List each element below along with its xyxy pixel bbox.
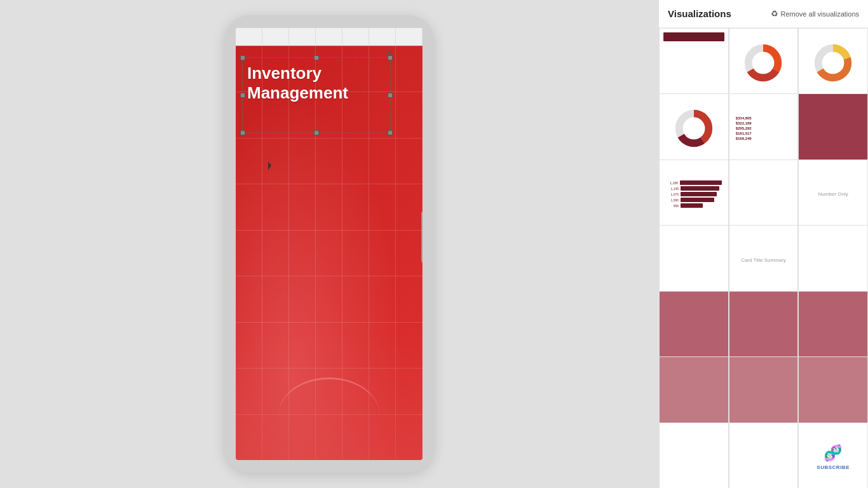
donut-chart-orange	[741, 41, 785, 85]
bar-row-1: 1,188	[666, 180, 722, 185]
value-row-3: $295,292	[736, 126, 792, 130]
value-row-5: $168,249	[736, 137, 792, 140]
viz-cell-bar-chart[interactable]: 1,188 1,145 1,075 1,060 956	[659, 159, 729, 229]
remove-all-button[interactable]: ♻ Remove all visualizations	[771, 9, 860, 18]
handle-top-left[interactable]	[240, 55, 245, 60]
bar-chart-mini: 1,188 1,145 1,075 1,060 956	[663, 178, 724, 210]
bar-fill-3	[681, 192, 717, 196]
handle-top-mid[interactable]	[314, 55, 319, 60]
number-only-label: Number Only	[818, 191, 848, 197]
viz-cell-subscribe[interactable]: 🧬 SUBSCRIBE	[798, 423, 868, 488]
donut-chart-red	[672, 106, 716, 151]
viz-cell-solid-bottom-3[interactable]	[798, 356, 868, 426]
dna-icon: 🧬	[824, 444, 843, 462]
viz-cell-value-list[interactable]: $334,805 $322,189 $295,292 $181,517 $168…	[729, 93, 799, 163]
value-row-1: $334,805	[736, 116, 792, 120]
viz-panel-title: Visualizations	[668, 8, 731, 19]
viz-cell-empty-1[interactable]	[729, 159, 799, 229]
value-row-2: $322,189	[736, 121, 792, 125]
handle-bottom-right[interactable]	[388, 130, 393, 135]
viz-cell-solid-bottom-1[interactable]	[659, 356, 729, 426]
viz-cell-empty-5[interactable]	[729, 423, 799, 488]
bar-label-3: 1,075	[666, 193, 679, 196]
viz-cell-card-title[interactable]: Card Title Summary	[729, 225, 799, 295]
recycle-icon: ♻	[771, 9, 778, 18]
handle-bottom-mid[interactable]	[314, 130, 319, 135]
card-title-label: Card Title Summary	[741, 257, 786, 263]
bar-row-5: 956	[666, 203, 722, 208]
dark-header-bar	[663, 32, 724, 41]
viz-cell-empty-4[interactable]	[659, 423, 729, 488]
viz-cell-number-only[interactable]: Number Only	[798, 159, 868, 229]
viz-cell-empty-3[interactable]	[798, 225, 868, 295]
close-text-box[interactable]: ✕	[385, 48, 393, 58]
viz-cell-solid-medium-2[interactable]	[729, 291, 799, 361]
viz-panel-header: Visualizations ♻ Remove all visualizatio…	[659, 0, 868, 28]
bar-fill-1	[680, 180, 722, 185]
bar-label-4: 1,060	[666, 198, 679, 202]
warehouse-arch	[278, 377, 380, 441]
viz-cell-dark-header[interactable]	[659, 28, 729, 98]
bar-label-1: 1,188	[666, 181, 678, 185]
phone-content-area[interactable]: ✕ Inventory Management	[236, 46, 423, 460]
value-list: $334,805 $322,189 $295,292 $181,517 $168…	[733, 114, 794, 143]
scroll-indicator[interactable]	[421, 212, 423, 262]
subscribe-label: SUBSCRIBE	[817, 464, 850, 470]
viz-cell-donut-orange[interactable]	[729, 28, 799, 98]
bar-fill-2	[681, 186, 719, 191]
viz-cell-solid-medium-3[interactable]	[798, 291, 868, 361]
bar-label-2: 1,145	[666, 187, 679, 191]
handle-bottom-left[interactable]	[240, 130, 245, 135]
viz-cell-donut-red[interactable]	[659, 93, 729, 163]
viz-grid: $334,805 $322,189 $295,292 $181,517 $168…	[659, 28, 868, 488]
viz-cell-empty-2[interactable]	[659, 225, 729, 295]
donut-svg-orange	[741, 41, 785, 85]
donut-svg-yellow	[811, 41, 855, 85]
bar-fill-5	[681, 203, 703, 208]
bar-fill-4	[681, 198, 714, 202]
viz-cell-solid-bottom-2[interactable]	[729, 356, 799, 426]
visualizations-panel: Visualizations ♻ Remove all visualizatio…	[658, 0, 868, 488]
handle-mid-left[interactable]	[240, 93, 245, 98]
warehouse-visual	[236, 333, 423, 460]
viz-cell-solid-dark[interactable]	[798, 93, 868, 163]
viz-cell-donut-yellow[interactable]	[798, 28, 868, 98]
bar-row-4: 1,060	[666, 198, 722, 202]
remove-all-label: Remove all visualizations	[781, 10, 860, 18]
phone-screen: ✕ Inventory Management	[236, 28, 423, 460]
bar-row-3: 1,075	[666, 192, 722, 196]
phone-header-bar	[236, 28, 423, 46]
bar-row-2: 1,145	[666, 186, 722, 191]
donut-svg-red	[672, 106, 716, 151]
main-canvas: ✕ Inventory Management	[0, 0, 658, 488]
value-row-4: $181,517	[736, 132, 792, 135]
inventory-title: Inventory Management	[247, 64, 423, 103]
viz-cell-solid-medium-1[interactable]	[659, 291, 729, 361]
subscribe-content: 🧬 SUBSCRIBE	[817, 444, 850, 470]
donut-chart-yellow	[811, 41, 855, 85]
bar-label-5: 956	[666, 204, 679, 208]
phone-mockup: ✕ Inventory Management	[224, 15, 434, 473]
